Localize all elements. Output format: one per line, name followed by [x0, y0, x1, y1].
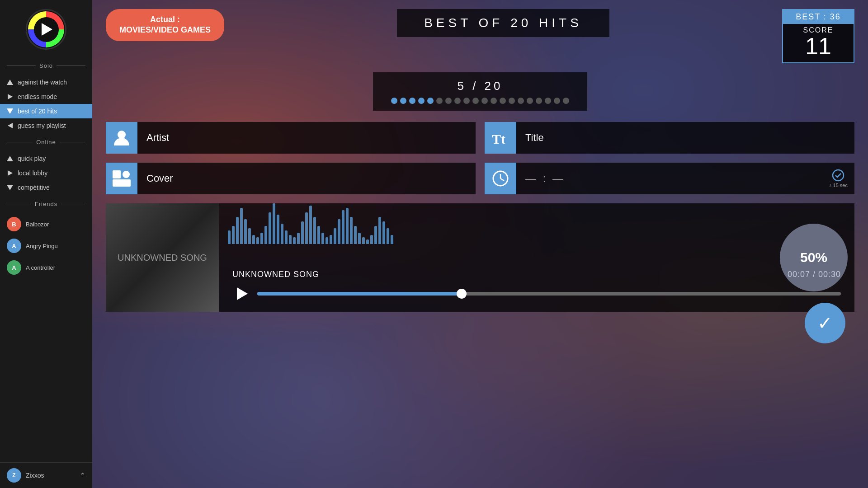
sidebar-item-best-of-20-hits[interactable]: best of 20 hits: [0, 104, 92, 118]
progress-dot-19: [554, 98, 560, 104]
best-score-label: BEST : 36: [783, 10, 854, 24]
waveform-bar-23: [321, 233, 324, 244]
progress-dot-3: [409, 98, 415, 104]
waveform-bar-16: [293, 237, 296, 244]
sidebar-item-label: quick play: [18, 155, 46, 162]
album-art: UNKNOWNED SONG: [106, 203, 219, 312]
online-label: Online: [33, 139, 60, 145]
current-user-bar: Z Zixxos ⌃: [0, 462, 92, 488]
audio-progress-bar[interactable]: [257, 292, 841, 296]
actual-badge: Actual : MOVIES/VIDEO GAMES: [106, 9, 224, 41]
waveform: [228, 208, 845, 244]
svg-line-7: [500, 178, 504, 181]
title-input[interactable]: Title: [516, 122, 854, 154]
sidebar-item-against-the-watch[interactable]: against the watch: [0, 75, 92, 89]
artist-icon: [106, 122, 137, 154]
friend-avatar: B: [7, 217, 21, 231]
waveform-bar-34: [366, 239, 369, 244]
progress-dot-20: [563, 98, 569, 104]
progress-knob[interactable]: [457, 289, 467, 299]
triangle-up-icon-2: [7, 155, 13, 162]
friend-item-angry-pingu[interactable]: A Angry Pingu: [0, 235, 92, 257]
time-input[interactable]: — : — ± 15 sec: [516, 163, 854, 194]
title-icon: Tt: [485, 122, 516, 154]
progress-dot-8: [454, 98, 461, 104]
confirm-button[interactable]: ✓: [805, 303, 845, 343]
svg-text:Tt: Tt: [492, 131, 505, 146]
sidebar-item-label: best of 20 hits: [18, 108, 57, 115]
solo-label: Solo: [36, 62, 57, 69]
waveform-bar-39: [387, 228, 389, 244]
cover-input[interactable]: Cover: [137, 163, 476, 194]
waveform-bar-17: [297, 233, 300, 244]
progress-dot-10: [472, 98, 479, 104]
progress-dot-17: [536, 98, 542, 104]
play-button[interactable]: [232, 285, 250, 303]
sidebar-item-quick-play[interactable]: quick play: [0, 151, 92, 166]
cover-time-row: Cover — : —: [106, 163, 854, 194]
title-banner: BEST OF 20 HITS: [397, 9, 609, 37]
title-field-group: Tt Title: [485, 122, 854, 154]
content-overlay: Actual : MOVIES/VIDEO GAMES BEST OF 20 H…: [92, 0, 868, 488]
actual-value: MOVIES/VIDEO GAMES: [119, 25, 211, 34]
waveform-bar-19: [305, 212, 308, 244]
friend-avatar: A: [7, 239, 21, 253]
artist-input[interactable]: Artist: [137, 122, 476, 154]
waveform-bar-32: [358, 233, 361, 244]
user-info: Z Zixxos: [7, 468, 44, 483]
friend-avatar: A: [7, 260, 21, 275]
main-content: Actual : MOVIES/VIDEO GAMES BEST OF 20 H…: [92, 0, 868, 488]
progress-dot-9: [463, 98, 470, 104]
solo-section-divider: Solo: [0, 60, 92, 71]
waveform-bar-3: [240, 208, 243, 244]
progress-dot-12: [491, 98, 497, 104]
sidebar-item-guess-my-playlist[interactable]: guess my playlist: [0, 118, 92, 133]
artist-field-group: Artist: [106, 122, 476, 154]
waveform-bar-9: [264, 226, 267, 244]
time-tolerance: ± 15 sec: [829, 183, 848, 188]
percentage-value: 50%: [800, 250, 827, 265]
svg-point-8: [833, 170, 844, 181]
waveform-bar-21: [313, 217, 316, 244]
progress-fill: [257, 292, 462, 296]
sidebar-item-local-lobby[interactable]: local lobby: [0, 166, 92, 180]
waveform-bar-14: [285, 230, 288, 244]
friend-item-balbozor[interactable]: B Balbozor: [0, 213, 92, 235]
friend-name: Angry Pingu: [26, 243, 58, 249]
waveform-bar-36: [374, 226, 377, 244]
waveform-bar-13: [281, 224, 283, 244]
friend-item-a-controller[interactable]: A A controller: [0, 257, 92, 278]
progress-dot-7: [445, 98, 452, 104]
logo[interactable]: [26, 9, 66, 50]
progress-text: 5 / 20: [391, 79, 569, 93]
progress-box: 5 / 20: [373, 72, 587, 111]
play-icon: [237, 287, 248, 300]
friends-label: Friends: [31, 201, 61, 207]
progress-dot-11: [481, 98, 488, 104]
sidebar-item-endless-mode[interactable]: endless mode: [0, 89, 92, 104]
waveform-bar-0: [228, 230, 231, 244]
waveform-bar-33: [362, 237, 365, 244]
waveform-bar-22: [317, 226, 320, 244]
waveform-bar-18: [301, 221, 304, 244]
friends-list: B Balbozor A Angry Pingu A A controller: [0, 213, 92, 462]
waveform-bar-38: [382, 221, 385, 244]
waveform-bar-30: [350, 217, 353, 244]
progress-dot-14: [509, 98, 515, 104]
expand-icon[interactable]: ⌃: [80, 471, 85, 480]
unknown-song-label: UNKNOWNED SONG: [118, 251, 207, 264]
waveform-bar-6: [252, 235, 255, 244]
friend-name: Balbozor: [26, 221, 49, 228]
progress-dot-1: [391, 98, 397, 104]
user-avatar: Z: [7, 468, 21, 483]
sidebar-item-competitive[interactable]: compétitive: [0, 180, 92, 195]
sidebar-item-label: endless mode: [18, 93, 57, 100]
waveform-bar-29: [346, 208, 349, 244]
waveform-bar-24: [326, 237, 328, 244]
progress-dot-4: [418, 98, 425, 104]
song-info: UNKNOWNED SONG 00:07 / 00:30: [232, 270, 841, 279]
cover-icon: [106, 163, 137, 194]
waveform-bar-35: [370, 235, 373, 244]
timer-check-icon: [832, 169, 844, 182]
waveform-bar-37: [378, 217, 381, 244]
